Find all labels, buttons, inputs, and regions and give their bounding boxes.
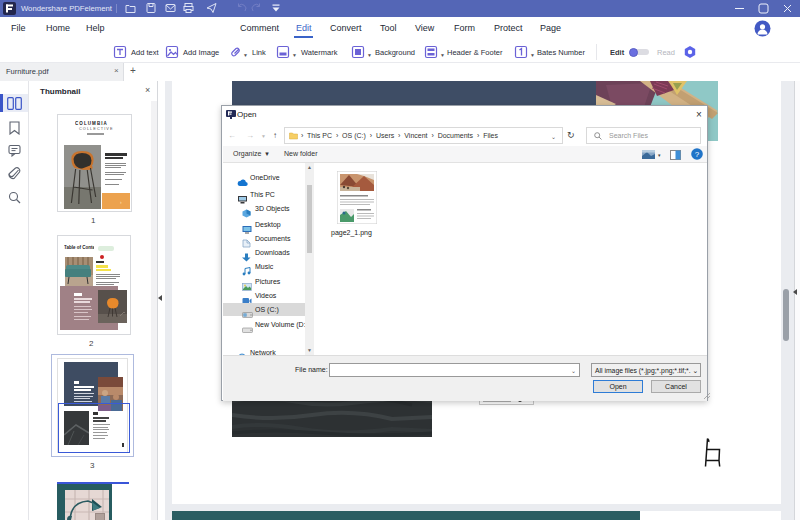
svg-text:?: ? — [695, 150, 700, 159]
